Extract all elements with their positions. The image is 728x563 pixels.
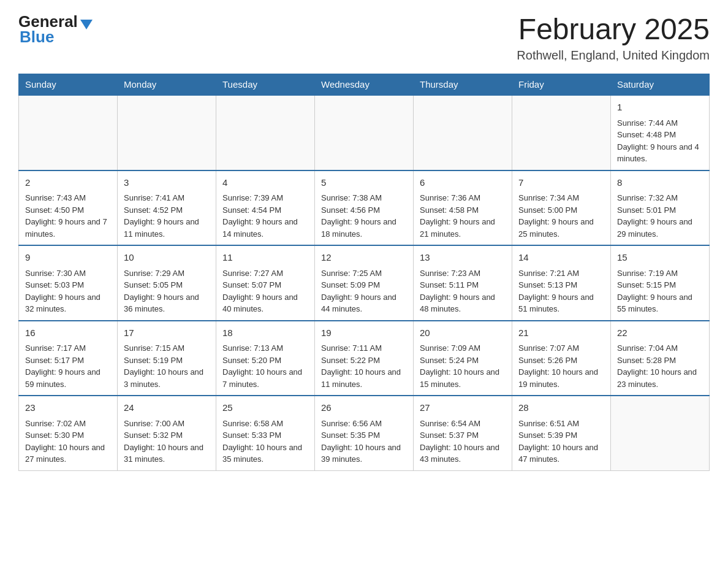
calendar-cell <box>19 95 118 170</box>
logo-triangle-icon <box>80 20 93 29</box>
calendar-cell: 17Sunrise: 7:15 AM Sunset: 5:19 PM Dayli… <box>118 321 216 396</box>
day-number: 13 <box>420 251 506 265</box>
day-number: 17 <box>124 326 210 340</box>
day-info: Sunrise: 7:04 AM Sunset: 5:28 PM Dayligh… <box>617 342 703 390</box>
calendar-table: SundayMondayTuesdayWednesdayThursdayFrid… <box>18 74 710 471</box>
calendar-cell <box>216 95 315 170</box>
calendar-cell: 28Sunrise: 6:51 AM Sunset: 5:39 PM Dayli… <box>512 396 611 470</box>
calendar-cell: 8Sunrise: 7:32 AM Sunset: 5:01 PM Daylig… <box>611 170 710 246</box>
calendar-cell: 9Sunrise: 7:30 AM Sunset: 5:03 PM Daylig… <box>19 245 118 321</box>
logo-blue-text: Blue <box>20 28 94 47</box>
day-number: 7 <box>518 176 604 190</box>
day-number: 27 <box>420 401 506 415</box>
day-info: Sunrise: 7:30 AM Sunset: 5:03 PM Dayligh… <box>25 267 111 315</box>
day-info: Sunrise: 7:41 AM Sunset: 4:52 PM Dayligh… <box>124 192 210 240</box>
calendar-cell <box>611 396 710 470</box>
calendar-cell: 16Sunrise: 7:17 AM Sunset: 5:17 PM Dayli… <box>19 321 118 396</box>
calendar-cell: 23Sunrise: 7:02 AM Sunset: 5:30 PM Dayli… <box>19 396 118 470</box>
day-info: Sunrise: 7:44 AM Sunset: 4:48 PM Dayligh… <box>617 117 703 165</box>
day-info: Sunrise: 7:09 AM Sunset: 5:24 PM Dayligh… <box>420 342 506 390</box>
calendar-cell: 24Sunrise: 7:00 AM Sunset: 5:32 PM Dayli… <box>118 396 216 470</box>
day-info: Sunrise: 7:23 AM Sunset: 5:11 PM Dayligh… <box>420 267 506 315</box>
calendar-cell: 3Sunrise: 7:41 AM Sunset: 4:52 PM Daylig… <box>118 170 216 246</box>
calendar-cell: 18Sunrise: 7:13 AM Sunset: 5:20 PM Dayli… <box>216 321 315 396</box>
day-number: 11 <box>222 251 308 265</box>
day-info: Sunrise: 7:39 AM Sunset: 4:54 PM Dayligh… <box>222 192 308 240</box>
calendar-cell: 20Sunrise: 7:09 AM Sunset: 5:24 PM Dayli… <box>414 321 512 396</box>
day-number: 23 <box>25 401 111 415</box>
day-info: Sunrise: 7:38 AM Sunset: 4:56 PM Dayligh… <box>321 192 407 240</box>
day-info: Sunrise: 7:25 AM Sunset: 5:09 PM Dayligh… <box>321 267 407 315</box>
calendar-cell: 1Sunrise: 7:44 AM Sunset: 4:48 PM Daylig… <box>611 95 710 170</box>
day-number: 3 <box>124 176 210 190</box>
weekday-header-thursday: Thursday <box>414 74 512 96</box>
day-info: Sunrise: 7:43 AM Sunset: 4:50 PM Dayligh… <box>25 192 111 240</box>
day-number: 6 <box>420 176 506 190</box>
calendar-title: February 2025 <box>517 12 710 46</box>
calendar-cell <box>512 95 611 170</box>
calendar-cell: 10Sunrise: 7:29 AM Sunset: 5:05 PM Dayli… <box>118 245 216 321</box>
day-number: 19 <box>321 326 407 340</box>
day-number: 2 <box>25 176 111 190</box>
day-info: Sunrise: 6:58 AM Sunset: 5:33 PM Dayligh… <box>222 418 308 465</box>
day-number: 12 <box>321 251 407 265</box>
calendar-week-2: 2Sunrise: 7:43 AM Sunset: 4:50 PM Daylig… <box>19 170 710 246</box>
weekday-header-saturday: Saturday <box>611 74 710 96</box>
calendar-cell <box>414 95 512 170</box>
weekday-header-friday: Friday <box>512 74 611 96</box>
day-number: 1 <box>617 101 703 115</box>
calendar-cell: 5Sunrise: 7:38 AM Sunset: 4:56 PM Daylig… <box>315 170 414 246</box>
day-info: Sunrise: 7:36 AM Sunset: 4:58 PM Dayligh… <box>420 192 506 240</box>
day-number: 24 <box>124 401 210 415</box>
day-number: 21 <box>518 326 604 340</box>
page-header: General Blue February 2025 Rothwell, Eng… <box>18 12 710 63</box>
day-number: 16 <box>25 326 111 340</box>
day-number: 5 <box>321 176 407 190</box>
day-number: 22 <box>617 326 703 340</box>
calendar-cell: 11Sunrise: 7:27 AM Sunset: 5:07 PM Dayli… <box>216 245 315 321</box>
day-info: Sunrise: 7:27 AM Sunset: 5:07 PM Dayligh… <box>222 267 308 315</box>
day-info: Sunrise: 7:00 AM Sunset: 5:32 PM Dayligh… <box>124 418 210 465</box>
day-info: Sunrise: 7:32 AM Sunset: 5:01 PM Dayligh… <box>617 192 703 240</box>
calendar-cell: 12Sunrise: 7:25 AM Sunset: 5:09 PM Dayli… <box>315 245 414 321</box>
day-number: 26 <box>321 401 407 415</box>
calendar-subtitle: Rothwell, England, United Kingdom <box>517 48 710 63</box>
weekday-header-tuesday: Tuesday <box>216 74 315 96</box>
day-info: Sunrise: 7:07 AM Sunset: 5:26 PM Dayligh… <box>518 342 604 390</box>
calendar-cell: 7Sunrise: 7:34 AM Sunset: 5:00 PM Daylig… <box>512 170 611 246</box>
calendar-cell: 21Sunrise: 7:07 AM Sunset: 5:26 PM Dayli… <box>512 321 611 396</box>
day-number: 14 <box>518 251 604 265</box>
day-info: Sunrise: 7:21 AM Sunset: 5:13 PM Dayligh… <box>518 267 604 315</box>
calendar-cell: 22Sunrise: 7:04 AM Sunset: 5:28 PM Dayli… <box>611 321 710 396</box>
calendar-cell: 2Sunrise: 7:43 AM Sunset: 4:50 PM Daylig… <box>19 170 118 246</box>
day-number: 10 <box>124 251 210 265</box>
day-number: 9 <box>25 251 111 265</box>
day-info: Sunrise: 7:17 AM Sunset: 5:17 PM Dayligh… <box>25 342 111 390</box>
day-info: Sunrise: 6:54 AM Sunset: 5:37 PM Dayligh… <box>420 418 506 465</box>
calendar-cell: 25Sunrise: 6:58 AM Sunset: 5:33 PM Dayli… <box>216 396 315 470</box>
calendar-week-4: 16Sunrise: 7:17 AM Sunset: 5:17 PM Dayli… <box>19 321 710 396</box>
weekday-header-row: SundayMondayTuesdayWednesdayThursdayFrid… <box>19 74 710 96</box>
calendar-week-5: 23Sunrise: 7:02 AM Sunset: 5:30 PM Dayli… <box>19 396 710 470</box>
calendar-cell: 27Sunrise: 6:54 AM Sunset: 5:37 PM Dayli… <box>414 396 512 470</box>
weekday-header-monday: Monday <box>118 74 216 96</box>
calendar-cell: 14Sunrise: 7:21 AM Sunset: 5:13 PM Dayli… <box>512 245 611 321</box>
calendar-cell: 19Sunrise: 7:11 AM Sunset: 5:22 PM Dayli… <box>315 321 414 396</box>
calendar-week-1: 1Sunrise: 7:44 AM Sunset: 4:48 PM Daylig… <box>19 95 710 170</box>
calendar-cell <box>118 95 216 170</box>
calendar-cell <box>315 95 414 170</box>
day-number: 18 <box>222 326 308 340</box>
calendar-cell: 26Sunrise: 6:56 AM Sunset: 5:35 PM Dayli… <box>315 396 414 470</box>
day-info: Sunrise: 7:02 AM Sunset: 5:30 PM Dayligh… <box>25 418 111 465</box>
day-info: Sunrise: 6:51 AM Sunset: 5:39 PM Dayligh… <box>518 418 604 465</box>
weekday-header-wednesday: Wednesday <box>315 74 414 96</box>
day-number: 4 <box>222 176 308 190</box>
weekday-header-sunday: Sunday <box>19 74 118 96</box>
day-number: 15 <box>617 251 703 265</box>
calendar-cell: 6Sunrise: 7:36 AM Sunset: 4:58 PM Daylig… <box>414 170 512 246</box>
day-number: 20 <box>420 326 506 340</box>
logo-area: General Blue <box>18 12 94 47</box>
calendar-cell: 4Sunrise: 7:39 AM Sunset: 4:54 PM Daylig… <box>216 170 315 246</box>
day-number: 8 <box>617 176 703 190</box>
day-number: 28 <box>518 401 604 415</box>
